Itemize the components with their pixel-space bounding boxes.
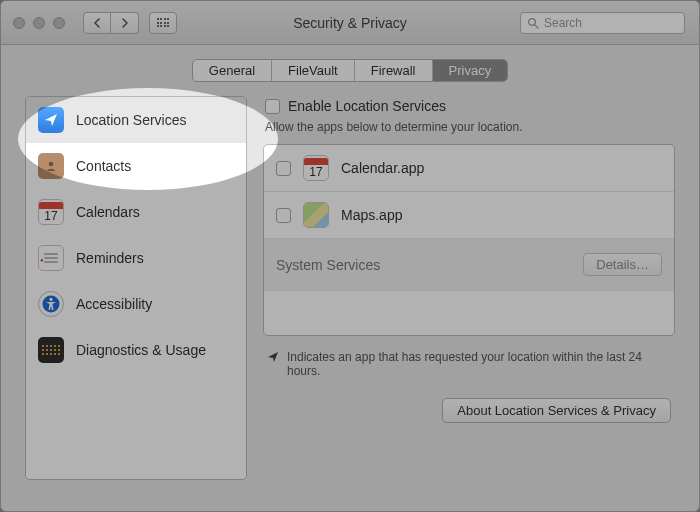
- app-name: Maps.app: [341, 207, 402, 223]
- app-row-calendar: 17 Calendar.app: [264, 145, 674, 192]
- back-button[interactable]: [83, 12, 111, 34]
- tab-general[interactable]: General: [193, 60, 272, 81]
- sidebar-item-label: Calendars: [76, 204, 140, 220]
- grid-icon: [157, 18, 170, 27]
- app-checkbox[interactable]: [276, 208, 291, 223]
- svg-line-1: [535, 24, 538, 27]
- app-checkbox[interactable]: [276, 161, 291, 176]
- zoom-window-icon[interactable]: [53, 17, 65, 29]
- sidebar-item-label: Reminders: [76, 250, 144, 266]
- svg-point-2: [49, 162, 54, 167]
- list-blank-row: [264, 291, 674, 335]
- titlebar: Security & Privacy Search: [1, 1, 699, 45]
- sidebar-item-location-services[interactable]: Location Services: [26, 97, 246, 143]
- preferences-window: Security & Privacy Search General FileVa…: [0, 0, 700, 512]
- traffic-lights: [13, 17, 65, 29]
- details-button[interactable]: Details…: [583, 253, 662, 276]
- tab-privacy[interactable]: Privacy: [433, 60, 508, 81]
- forward-button[interactable]: [111, 12, 139, 34]
- system-services-row: System Services Details…: [264, 239, 674, 291]
- calendar-icon: 17: [38, 199, 64, 225]
- search-field[interactable]: Search: [520, 12, 685, 34]
- system-services-label: System Services: [276, 257, 380, 273]
- location-indicator-icon: [267, 351, 279, 363]
- app-row-maps: Maps.app: [264, 192, 674, 239]
- sidebar-item-label: Contacts: [76, 158, 131, 174]
- minimize-window-icon[interactable]: [33, 17, 45, 29]
- sidebar-item-accessibility[interactable]: Accessibility: [26, 281, 246, 327]
- location-note-text: Indicates an app that has requested your…: [287, 350, 671, 378]
- location-note: Indicates an app that has requested your…: [267, 350, 671, 378]
- enable-location-subtext: Allow the apps below to determine your l…: [265, 120, 675, 134]
- search-placeholder: Search: [544, 16, 582, 30]
- tabs-row: General FileVault Firewall Privacy: [1, 59, 699, 82]
- app-list: 17 Calendar.app Maps.app System Services…: [263, 144, 675, 336]
- privacy-sidebar: Location Services Contacts 17 Calendars …: [25, 96, 247, 480]
- main-split: Location Services Contacts 17 Calendars …: [1, 82, 699, 498]
- sidebar-item-diagnostics[interactable]: Diagnostics & Usage: [26, 327, 246, 373]
- diagnostics-icon: [38, 337, 64, 363]
- sidebar-item-calendars[interactable]: 17 Calendars: [26, 189, 246, 235]
- tab-filevault[interactable]: FileVault: [272, 60, 355, 81]
- close-window-icon[interactable]: [13, 17, 25, 29]
- show-all-button[interactable]: [149, 12, 177, 34]
- sidebar-item-contacts[interactable]: Contacts: [26, 143, 246, 189]
- app-name: Calendar.app: [341, 160, 424, 176]
- search-icon: [527, 17, 539, 29]
- chevron-right-icon: [121, 18, 129, 28]
- sidebar-item-label: Diagnostics & Usage: [76, 342, 206, 358]
- nav-buttons: [83, 12, 139, 34]
- enable-location-label: Enable Location Services: [288, 98, 446, 114]
- sidebar-item-label: Accessibility: [76, 296, 152, 312]
- svg-point-4: [49, 298, 52, 301]
- chevron-left-icon: [93, 18, 101, 28]
- maps-app-icon: [303, 202, 329, 228]
- accessibility-icon: [38, 291, 64, 317]
- enable-location-checkbox[interactable]: [265, 99, 280, 114]
- reminders-icon: [38, 245, 64, 271]
- about-row: About Location Services & Privacy: [263, 398, 671, 423]
- enable-location-row: Enable Location Services: [265, 98, 675, 114]
- contacts-icon: [38, 153, 64, 179]
- sidebar-item-reminders[interactable]: Reminders: [26, 235, 246, 281]
- tabs: General FileVault Firewall Privacy: [192, 59, 508, 82]
- location-arrow-icon: [38, 107, 64, 133]
- content-pane: Enable Location Services Allow the apps …: [263, 96, 675, 480]
- tab-firewall[interactable]: Firewall: [355, 60, 433, 81]
- about-location-button[interactable]: About Location Services & Privacy: [442, 398, 671, 423]
- calendar-app-icon: 17: [303, 155, 329, 181]
- sidebar-item-label: Location Services: [76, 112, 187, 128]
